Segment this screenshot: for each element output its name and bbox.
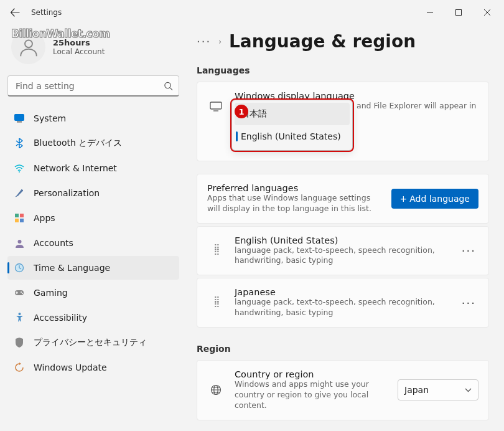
profile-name: 25hours bbox=[53, 38, 105, 47]
back-button[interactable] bbox=[2, 0, 27, 25]
option-label: English (United States) bbox=[241, 131, 341, 141]
sidebar-item-label: Gaming bbox=[34, 288, 68, 298]
svg-point-14 bbox=[22, 293, 23, 294]
more-options-button[interactable]: ··· bbox=[459, 244, 478, 257]
svg-point-5 bbox=[19, 171, 20, 173]
sidebar-item-personalization[interactable]: Personalization bbox=[7, 181, 179, 205]
section-region-label: Region bbox=[197, 344, 489, 354]
preferred-sub: Apps that use Windows language settings … bbox=[207, 193, 381, 214]
sidebar-item-label: Accessibility bbox=[34, 313, 87, 323]
profile-subtitle: Local Account bbox=[53, 47, 105, 56]
region-title: Country or region bbox=[235, 369, 388, 379]
display-language-option[interactable]: English (United States) bbox=[235, 125, 350, 148]
svg-rect-4 bbox=[17, 121, 22, 123]
svg-point-2 bbox=[165, 82, 170, 88]
sidebar-item-label: プライバシーとセキュリティ bbox=[34, 337, 147, 348]
clock-globe-icon bbox=[14, 262, 25, 273]
display-language-option[interactable]: 日本語 bbox=[235, 103, 350, 125]
apps-icon bbox=[14, 212, 25, 224]
lang-item-title: English (United States) bbox=[235, 235, 449, 245]
bluetooth-icon bbox=[14, 138, 25, 149]
drag-handle-icon[interactable]: ⠿⠿ bbox=[213, 298, 218, 307]
search-input[interactable] bbox=[7, 75, 179, 97]
country-value: Japan bbox=[404, 385, 429, 395]
sidebar-item-label: Apps bbox=[34, 213, 55, 223]
sidebar-item-time-language[interactable]: Time & Language bbox=[7, 256, 179, 280]
person-icon bbox=[18, 37, 39, 58]
preferred-languages-card: Preferred languages Apps that use Window… bbox=[197, 174, 489, 224]
gaming-icon bbox=[14, 287, 25, 298]
sidebar-item-bluetooth[interactable]: Bluetooth とデバイス bbox=[7, 131, 179, 155]
sidebar-item-label: Time & Language bbox=[34, 263, 110, 273]
chevron-right-icon: › bbox=[218, 37, 222, 46]
svg-rect-6 bbox=[15, 214, 19, 217]
sidebar-item-label: Network & Internet bbox=[34, 163, 117, 173]
sidebar-item-label: Windows Update bbox=[34, 362, 107, 372]
accessibility-icon bbox=[14, 312, 25, 323]
globe-icon bbox=[210, 384, 222, 395]
sidebar-item-network[interactable]: Network & Internet bbox=[7, 156, 179, 180]
language-item-card[interactable]: ⠿⠿ Japanese language pack, text-to-speec… bbox=[197, 278, 489, 328]
lang-item-sub: language pack, text-to-speech, speech re… bbox=[235, 297, 449, 318]
brush-icon bbox=[14, 187, 25, 199]
plus-icon: + bbox=[400, 194, 408, 204]
sidebar-item-label: Bluetooth とデバイス bbox=[34, 138, 122, 149]
sidebar-item-gaming[interactable]: Gaming bbox=[7, 281, 179, 305]
add-language-label: Add language bbox=[409, 194, 470, 204]
region-sub: Windows and apps might use your country … bbox=[235, 379, 388, 411]
sidebar: 25hours Local Account BillionWallet.com … bbox=[0, 25, 187, 431]
sidebar-item-accessibility[interactable]: Accessibility bbox=[7, 306, 179, 329]
breadcrumb: ··· › Language & region bbox=[187, 25, 489, 62]
svg-point-10 bbox=[17, 240, 21, 244]
add-language-button[interactable]: + Add language bbox=[391, 189, 478, 209]
callout-badge: 1 bbox=[235, 105, 248, 118]
arrow-left-icon bbox=[10, 7, 20, 17]
sidebar-item-windows-update[interactable]: Windows Update bbox=[7, 356, 179, 379]
section-languages-label: Languages bbox=[197, 65, 489, 75]
lang-item-title: Japanese bbox=[235, 287, 449, 297]
search-field-wrap bbox=[7, 75, 179, 97]
sidebar-item-label: Accounts bbox=[34, 238, 73, 248]
sidebar-item-apps[interactable]: Apps bbox=[7, 206, 179, 230]
svg-point-15 bbox=[18, 313, 21, 315]
chevron-down-icon bbox=[465, 388, 472, 392]
sidebar-item-accounts[interactable]: Accounts bbox=[7, 231, 179, 255]
language-item-card[interactable]: ⠿⠿ English (United States) language pack… bbox=[197, 226, 489, 276]
minimize-button[interactable] bbox=[416, 2, 444, 22]
titlebar: Settings bbox=[0, 0, 504, 25]
country-region-dropdown[interactable]: Japan bbox=[398, 379, 478, 400]
svg-rect-9 bbox=[20, 219, 24, 222]
update-icon bbox=[14, 362, 25, 373]
wifi-icon bbox=[14, 163, 25, 174]
drag-handle-icon[interactable]: ⠿⠿ bbox=[213, 246, 218, 255]
preferred-title: Preferred languages bbox=[207, 183, 381, 193]
svg-point-13 bbox=[21, 291, 22, 293]
page-title: Language & region bbox=[229, 31, 416, 52]
close-icon bbox=[484, 9, 490, 16]
country-region-card[interactable]: Country or region Windows and apps might… bbox=[197, 360, 489, 420]
display-language-dropdown[interactable]: 日本語 English (United States) bbox=[231, 100, 353, 151]
breadcrumb-more-button[interactable]: ··· bbox=[197, 35, 211, 48]
svg-rect-7 bbox=[20, 214, 24, 217]
lang-item-sub: language pack, text-to-speech, speech re… bbox=[235, 245, 449, 267]
sidebar-item-label: Personalization bbox=[34, 188, 100, 198]
sidebar-item-privacy[interactable]: プライバシーとセキュリティ bbox=[7, 331, 179, 354]
svg-rect-16 bbox=[210, 102, 222, 109]
svg-rect-8 bbox=[15, 219, 19, 222]
display-language-card[interactable]: Windows display language Windows feature… bbox=[197, 82, 489, 161]
sidebar-item-system[interactable]: System bbox=[7, 107, 179, 130]
maximize-button[interactable] bbox=[444, 2, 473, 22]
accounts-icon bbox=[14, 237, 25, 249]
nav-list: System Bluetooth とデバイス Network & Interne… bbox=[7, 107, 179, 379]
display-icon bbox=[210, 102, 222, 111]
system-icon bbox=[14, 113, 25, 124]
search-icon bbox=[164, 82, 173, 91]
avatar bbox=[11, 30, 45, 64]
close-button[interactable] bbox=[473, 2, 502, 22]
profile-block[interactable]: 25hours Local Account BillionWallet.com bbox=[7, 25, 179, 75]
window-title: Settings bbox=[31, 8, 62, 17]
svg-rect-3 bbox=[15, 115, 24, 121]
svg-rect-0 bbox=[456, 10, 462, 16]
more-options-button[interactable]: ··· bbox=[459, 296, 478, 310]
minimize-icon bbox=[427, 9, 433, 16]
